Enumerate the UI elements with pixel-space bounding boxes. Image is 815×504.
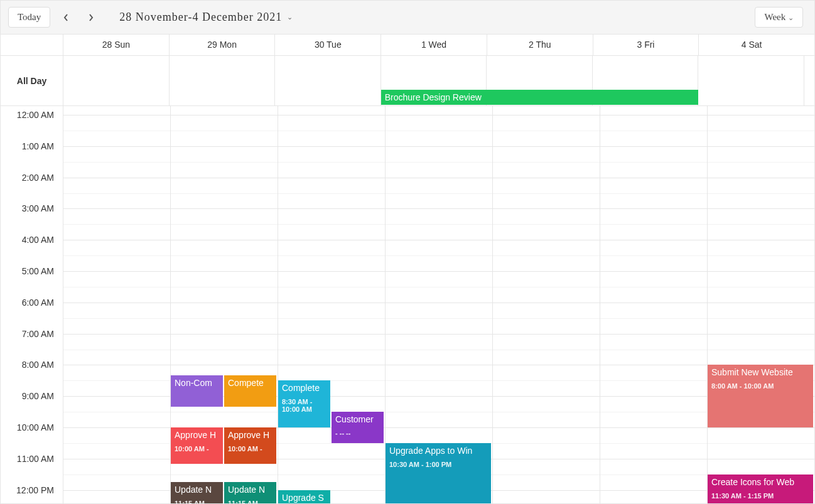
- hour-line: [493, 365, 600, 365]
- half-hour-line: [493, 287, 600, 287]
- hour-line: [493, 146, 600, 147]
- event-title: Approve H: [228, 430, 273, 440]
- day-column[interactable]: Submit New Website8:00 AM - 10:00 AMCrea…: [708, 106, 814, 503]
- all-day-cells[interactable]: Brochure Design Review: [63, 56, 804, 105]
- hour-line: [600, 427, 707, 428]
- hour-line: [708, 459, 814, 459]
- chevron-left-icon: [63, 13, 69, 22]
- half-hour-line: [63, 318, 170, 319]
- calendar-event[interactable]: Approve H10:00 AM -: [171, 427, 223, 464]
- calendar-event[interactable]: Upgrade Apps to Win10:30 AM - 1:00 PM: [386, 443, 491, 503]
- event-title: Update N: [228, 485, 273, 495]
- date-range-picker[interactable]: 28 November-4 December 2021 ⌄: [119, 11, 293, 24]
- day-column[interactable]: Upgrade Apps to Win10:30 AM - 1:00 PM: [386, 106, 493, 503]
- calendar-event[interactable]: Create Icons for Web11:30 AM - 1:15 PM: [708, 475, 813, 503]
- event-title: Customer: [335, 414, 380, 424]
- calendar-event[interactable]: Non-Com: [171, 375, 223, 407]
- half-hour-line: [278, 350, 385, 350]
- event-time: 10:00 AM -: [228, 445, 273, 453]
- half-hour-line: [386, 255, 492, 256]
- hour-line: [63, 271, 170, 272]
- calendar-event[interactable]: Submit New Website8:00 AM - 10:00 AM: [708, 365, 813, 427]
- calendar-event[interactable]: Update N11:15 AM: [224, 482, 276, 503]
- view-switcher[interactable]: Week ⌄: [755, 7, 803, 28]
- hour-line: [171, 365, 278, 365]
- next-button[interactable]: [82, 8, 100, 27]
- half-hour-line: [493, 318, 600, 319]
- half-hour-line: [600, 443, 707, 444]
- half-hour-line: [278, 162, 385, 163]
- half-hour-line: [600, 350, 707, 350]
- event-time: 8:00 AM - 10:00 AM: [711, 382, 809, 390]
- day-header-row: 28 Sun29 Mon30 Tue1 Wed2 Thu3 Fri4 Sat: [1, 35, 814, 56]
- half-hour-line: [386, 131, 492, 131]
- hour-line: [171, 303, 278, 303]
- half-hour-line: [171, 350, 278, 350]
- hour-line: [386, 427, 492, 428]
- day-header[interactable]: 28 Sun: [63, 35, 170, 55]
- half-hour-line: [171, 193, 278, 194]
- calendar-event[interactable]: Customer- -- --: [332, 412, 384, 443]
- hour-line: [278, 334, 385, 335]
- half-hour-line: [600, 255, 707, 256]
- all-day-cell[interactable]: [275, 56, 381, 105]
- half-hour-line: [600, 475, 707, 475]
- day-header[interactable]: 1 Wed: [381, 35, 487, 55]
- hour-line: [63, 396, 170, 397]
- day-column[interactable]: Non-ComCompeteApprove H10:00 AM -Approve…: [171, 106, 278, 503]
- calendar-event[interactable]: Complete8:30 AM - 10:00 AM: [278, 380, 330, 427]
- day-column[interactable]: Complete8:30 AM - 10:00 AMCustomer- -- -…: [278, 106, 386, 503]
- hour-line: [493, 334, 600, 335]
- day-header[interactable]: 3 Fri: [593, 35, 699, 55]
- day-header[interactable]: 30 Tue: [275, 35, 381, 55]
- calendar-event[interactable]: Compete: [224, 375, 276, 407]
- day-column[interactable]: [63, 106, 171, 503]
- half-hour-line: [171, 162, 278, 163]
- body-scroll[interactable]: 12:00 AM1:00 AM2:00 AM3:00 AM4:00 AM5:00…: [1, 106, 814, 503]
- all-day-cell[interactable]: [63, 56, 170, 105]
- half-hour-line: [63, 162, 170, 163]
- hour-line: [386, 208, 492, 209]
- day-header[interactable]: 29 Mon: [170, 35, 276, 55]
- hour-line: [386, 240, 492, 240]
- hour-line: [600, 115, 707, 115]
- hour-line: [708, 178, 814, 178]
- prev-button[interactable]: [57, 8, 75, 27]
- all-day-cell[interactable]: [698, 56, 804, 105]
- calendar-event[interactable]: Update N11:15 AM: [171, 482, 223, 503]
- half-hour-line: [600, 162, 707, 163]
- half-hour-line: [386, 162, 492, 163]
- hour-line: [708, 303, 814, 303]
- view-button[interactable]: Week ⌄: [755, 7, 803, 28]
- half-hour-line: [386, 224, 492, 225]
- today-button[interactable]: Today: [8, 7, 50, 28]
- hour-line: [63, 303, 170, 303]
- all-day-event[interactable]: Brochure Design Review: [381, 90, 699, 105]
- hour-line: [63, 427, 170, 428]
- half-hour-line: [600, 380, 707, 381]
- hour-line: [63, 459, 170, 459]
- hour-line: [386, 146, 492, 147]
- day-column[interactable]: [493, 106, 600, 503]
- day-header[interactable]: 2 Thu: [487, 35, 593, 55]
- time-label: 5:00 AM: [22, 266, 54, 276]
- half-hour-line: [171, 224, 278, 225]
- day-columns[interactable]: Non-ComCompeteApprove H10:00 AM -Approve…: [63, 106, 814, 503]
- calendar-event[interactable]: Approve H10:00 AM -: [224, 427, 276, 464]
- calendar-event[interactable]: Upgrade S: [278, 490, 330, 503]
- hour-line: [278, 240, 385, 240]
- half-hour-line: [63, 412, 170, 412]
- day-column[interactable]: [600, 106, 708, 503]
- half-hour-line: [708, 350, 814, 350]
- half-hour-line: [63, 224, 170, 225]
- hour-line: [708, 427, 814, 428]
- hour-line: [171, 271, 278, 272]
- chevron-down-icon: ⌄: [788, 14, 794, 21]
- hour-line: [278, 459, 385, 459]
- half-hour-line: [600, 131, 707, 131]
- time-label: 7:00 AM: [22, 329, 54, 339]
- hour-line: [600, 271, 707, 272]
- day-header[interactable]: 4 Sat: [699, 35, 804, 55]
- all-day-cell[interactable]: [170, 56, 276, 105]
- hour-line: [171, 178, 278, 178]
